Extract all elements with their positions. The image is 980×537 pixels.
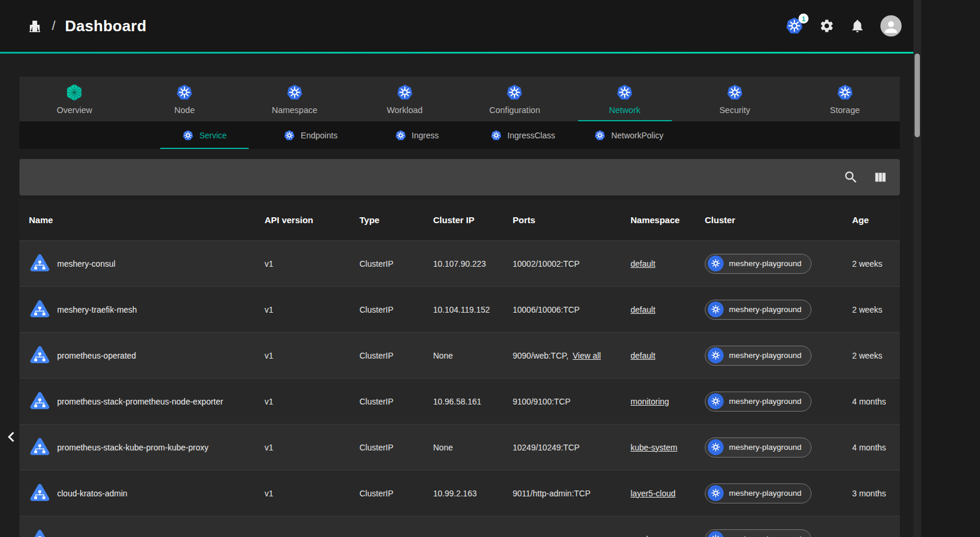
table-header-row: Name API version Type Cluster IP Ports N… xyxy=(19,199,900,240)
cluster-ip: None xyxy=(433,443,513,452)
cluster-chip[interactable]: meshery-playground xyxy=(705,483,811,503)
service-name: meshery-consul xyxy=(57,259,116,268)
namespace-link[interactable]: kube-system xyxy=(631,443,677,452)
cluster-chip[interactable]: meshery-playground xyxy=(705,529,811,537)
kubernetes-icon xyxy=(616,84,633,101)
column-header-cluster-ip[interactable]: Cluster IP xyxy=(433,215,513,225)
search-icon[interactable] xyxy=(843,170,859,185)
tab-workload[interactable]: Workload xyxy=(349,77,460,121)
service-name: prometheus-stack-prometheus-node-exporte… xyxy=(57,397,223,406)
age: 2 weeks xyxy=(852,351,900,360)
namespace-link[interactable]: monitoring xyxy=(631,397,669,406)
page-title: Dashboard xyxy=(65,17,147,35)
service-icon xyxy=(29,391,51,412)
kubernetes-context-button[interactable]: 1 xyxy=(785,16,804,35)
organization-building-icon[interactable] xyxy=(27,18,42,34)
tab-network[interactable]: Network xyxy=(570,77,680,121)
tab-namespace[interactable]: Namespace xyxy=(240,77,350,121)
kubernetes-icon xyxy=(176,84,193,101)
user-avatar[interactable] xyxy=(880,15,902,37)
subtab-endpoints[interactable]: Endpoints xyxy=(258,121,364,149)
right-gutter xyxy=(921,0,980,537)
ports: 9011/http-admin:TCP xyxy=(513,489,590,498)
accent-divider xyxy=(0,52,913,54)
kubernetes-icon xyxy=(708,393,724,409)
column-header-cluster[interactable]: Cluster xyxy=(705,215,852,225)
column-header-name[interactable]: Name xyxy=(19,215,265,225)
column-header-namespace[interactable]: Namespace xyxy=(631,215,705,225)
cluster-chip-label: meshery-playground xyxy=(729,443,801,452)
view-columns-icon[interactable] xyxy=(873,170,888,185)
cluster-chip[interactable]: meshery-playground xyxy=(705,437,811,458)
kubernetes-icon xyxy=(708,256,724,271)
service-name: meshery-traefik-mesh xyxy=(57,305,137,314)
vertical-scrollbar[interactable] xyxy=(913,0,921,537)
api-version: v1 xyxy=(265,489,359,498)
tab-storage[interactable]: Storage xyxy=(790,77,900,121)
kubernetes-icon xyxy=(708,531,724,537)
namespace-link[interactable]: default xyxy=(631,351,655,360)
cluster-ip: 10.104.119.152 xyxy=(433,305,513,314)
scrollbar-thumb[interactable] xyxy=(915,54,920,137)
age: 4 months xyxy=(852,397,900,406)
api-version: v1 xyxy=(265,305,359,314)
tab-node[interactable]: Node xyxy=(130,77,240,121)
subtab-service[interactable]: Service xyxy=(151,121,258,149)
namespace-link[interactable]: default xyxy=(631,305,655,314)
cluster-chip-label: meshery-playground xyxy=(729,259,801,268)
cluster-ip: 10.96.58.161 xyxy=(433,397,513,406)
cluster-chip[interactable]: meshery-playground xyxy=(705,300,811,320)
service-type: ClusterIP xyxy=(359,397,433,406)
namespace-link[interactable]: default xyxy=(631,259,655,268)
kubernetes-icon xyxy=(708,439,724,455)
settings-gear-icon[interactable] xyxy=(819,18,834,34)
kubernetes-icon xyxy=(708,301,724,317)
table-row: meshery-consul v1 ClusterIP 10.107.90.22… xyxy=(19,240,900,286)
tab-security[interactable]: Security xyxy=(680,77,790,121)
table-row: prometheus-stack-prometheus-node-exporte… xyxy=(19,378,900,424)
cluster-chip-label: meshery-playground xyxy=(729,489,801,498)
kubernetes-icon xyxy=(836,84,854,101)
tab-overview[interactable]: Overview xyxy=(19,77,130,121)
kubernetes-icon xyxy=(283,130,295,141)
kubernetes-icon xyxy=(182,130,194,141)
cluster-chip-label: meshery-playground xyxy=(729,351,801,360)
services-table: Name API version Type Cluster IP Ports N… xyxy=(19,199,900,537)
service-icon xyxy=(29,299,51,320)
subtab-ingressclass[interactable]: IngressClass xyxy=(470,121,576,149)
namespace-link[interactable]: layer5-cloud xyxy=(631,489,675,498)
column-header-age[interactable]: Age xyxy=(852,215,900,225)
cluster-chip-label: meshery-playground xyxy=(729,305,801,314)
ports: 9100/9100:TCP xyxy=(513,397,570,406)
cluster-ip: 10.107.90.223 xyxy=(433,259,513,268)
tab-label: Workload xyxy=(387,105,423,115)
age: 3 months xyxy=(852,489,900,498)
service-type: ClusterIP xyxy=(359,443,433,452)
subtab-networkpolicy[interactable]: NetworkPolicy xyxy=(576,121,682,149)
cluster-chip[interactable]: meshery-playground xyxy=(705,346,811,366)
kubernetes-icon xyxy=(286,84,303,101)
cluster-chip[interactable]: meshery-playground xyxy=(705,254,811,274)
column-header-type[interactable]: Type xyxy=(359,215,433,225)
cluster-chip[interactable]: meshery-playground xyxy=(705,392,811,412)
network-subtabs: Service Endpoints Ingress IngressClass xyxy=(19,121,900,149)
tab-configuration[interactable]: Configuration xyxy=(460,77,570,121)
subtab-ingress[interactable]: Ingress xyxy=(364,121,470,149)
ports: 10249/10249:TCP xyxy=(513,443,580,452)
view-all-link[interactable]: View all xyxy=(573,351,601,360)
column-header-api-version[interactable]: API version xyxy=(265,215,359,225)
table-toolbar xyxy=(19,159,900,195)
tab-label: Configuration xyxy=(489,105,540,115)
age: 2 weeks xyxy=(852,305,900,314)
breadcrumb-separator: / xyxy=(52,18,55,34)
namespace-link[interactable]: meshery- xyxy=(631,535,665,537)
tab-label: Network xyxy=(609,105,641,115)
kubernetes-icon xyxy=(785,27,804,37)
tab-label: Overview xyxy=(57,105,92,115)
column-header-ports[interactable]: Ports xyxy=(513,215,631,225)
drawer-collapse-button[interactable] xyxy=(1,425,21,449)
dashboard-content: Overview Node Namespace Workload xyxy=(19,77,900,537)
service-name: prometheus-operated xyxy=(57,351,136,360)
notifications-bell-icon[interactable] xyxy=(850,18,865,34)
breadcrumb: / Dashboard xyxy=(27,17,147,35)
